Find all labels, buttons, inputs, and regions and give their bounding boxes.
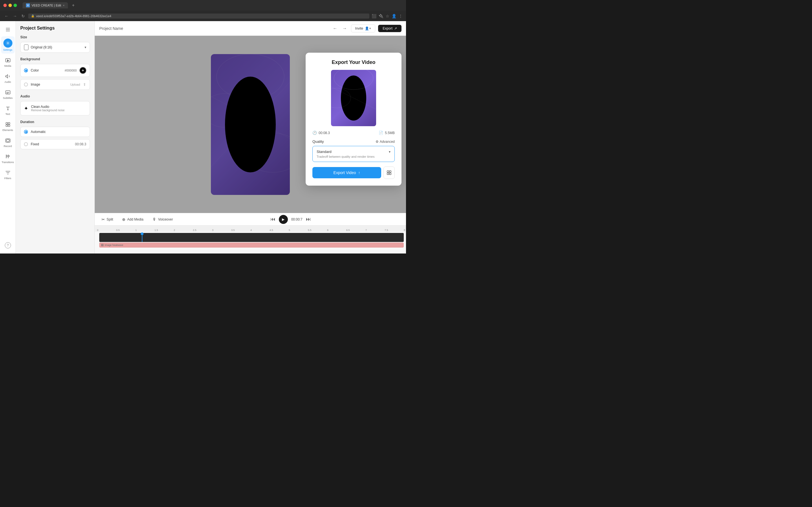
- sidebar-item-transitions[interactable]: Transitions: [1, 151, 15, 166]
- fixed-option[interactable]: Fixed 00:08.3: [20, 139, 90, 149]
- quality-dropdown[interactable]: Standard ▾ Tradeoff between quality and …: [312, 146, 395, 162]
- split-icon: ✂: [101, 217, 105, 222]
- top-bar-actions: ← → Invite 👤+ Export ↗: [332, 24, 402, 33]
- sidebar-settings-label: Settings: [3, 48, 12, 51]
- background-options: Color #000000 Image Upload ⬆: [20, 64, 90, 90]
- svg-point-20: [331, 88, 351, 108]
- refresh-button[interactable]: ↻: [20, 13, 26, 19]
- fixed-radio[interactable]: [24, 142, 28, 146]
- screen-record-icon[interactable]: ⬛: [371, 14, 376, 18]
- undo-button[interactable]: ←: [332, 25, 339, 32]
- invite-label: Invite: [355, 26, 363, 31]
- color-swatch[interactable]: [80, 67, 86, 74]
- size-dropdown[interactable]: Original (9:16) ▾: [20, 42, 90, 53]
- back-button[interactable]: ←: [3, 13, 10, 19]
- export-button[interactable]: Export ↗: [378, 25, 402, 32]
- tab-title: VEED CREATE | Edit: [32, 4, 61, 7]
- video-track[interactable]: [99, 233, 404, 242]
- canvas-area: Export Your Video: [95, 36, 406, 213]
- export-options-button[interactable]: [384, 166, 395, 179]
- sidebar-item-record[interactable]: Record: [1, 135, 15, 150]
- sidebar-text-label: Text: [5, 113, 10, 115]
- ruler-mark-3: 3: [212, 229, 213, 231]
- sidebar-record-label: Record: [4, 145, 12, 148]
- clean-audio-card[interactable]: ✦ Clean Audio Remove background noise: [20, 101, 90, 115]
- upload-icon[interactable]: ⬆: [83, 82, 86, 87]
- color-option[interactable]: Color #000000: [20, 64, 90, 77]
- help-icon: ?: [5, 242, 11, 248]
- ruler-mark-55: 5.5: [308, 229, 312, 231]
- advanced-button[interactable]: ⚙ Advanced: [375, 140, 395, 144]
- browser-chrome: V VEED CREATE | Edit × + ← → ↻ 🔒 veed.io…: [0, 0, 406, 21]
- image-radio[interactable]: [24, 82, 28, 87]
- svg-rect-10: [6, 125, 8, 126]
- sidebar-item-settings[interactable]: Settings: [1, 36, 15, 54]
- bookmark-icon[interactable]: ☆: [386, 14, 389, 18]
- play-button[interactable]: ▶: [279, 215, 288, 224]
- add-media-icon: ⊕: [122, 217, 125, 222]
- sidebar-subtitles-label: Subtitles: [3, 97, 13, 100]
- profile-icon[interactable]: 👤: [392, 14, 396, 18]
- sparkle-icon: ✦: [24, 105, 28, 112]
- subtitles-icon: [4, 89, 11, 96]
- svg-rect-25: [389, 173, 391, 175]
- export-modal: Export Your Video: [306, 53, 402, 186]
- svg-rect-8: [6, 122, 8, 124]
- sidebar-item-elements[interactable]: Elements: [1, 119, 15, 134]
- sidebar-item-help[interactable]: ?: [1, 240, 15, 251]
- voiceover-button[interactable]: 🎙 Voiceover: [150, 216, 175, 223]
- quality-dropdown-arrow: ▾: [389, 150, 391, 154]
- ruler-mark-05: 0.5: [116, 229, 120, 231]
- ruler-mark-1: 1: [135, 229, 137, 231]
- add-media-button[interactable]: ⊕ Add Media: [120, 216, 146, 223]
- standard-label: Standard: [317, 150, 332, 154]
- sidebar-item-menu[interactable]: [1, 24, 15, 35]
- project-name[interactable]: Project Name: [99, 26, 328, 31]
- background-section-label: Background: [20, 57, 90, 61]
- audio-icon: [4, 73, 11, 80]
- svg-line-21: [331, 87, 376, 109]
- sidebar-item-audio[interactable]: Audio: [1, 71, 15, 86]
- tab-close-button[interactable]: ×: [63, 4, 64, 7]
- timeline-ruler: 0 0.5 1 1.5 2 2.5 3 3.5 4 4.5 5 5.5 6 6.…: [95, 226, 406, 232]
- sidebar-item-subtitles[interactable]: Subtitles: [1, 87, 15, 102]
- ruler-mark-65: 6.5: [346, 229, 350, 231]
- bottom-toolbar: ✂ Split ⊕ Add Media 🎙 Voiceover ⏮ ▶ 00:0…: [95, 213, 406, 225]
- address-bar[interactable]: 🔒 veed.io/edit/559f53a7-ed2b-4b64-8981-2…: [28, 13, 369, 18]
- sidebar-item-text[interactable]: Text: [1, 103, 15, 118]
- automatic-option[interactable]: Automatic: [20, 127, 90, 137]
- browser-tab[interactable]: V VEED CREATE | Edit ×: [22, 2, 68, 8]
- ruler-mark-35: 3.5: [231, 229, 235, 231]
- record-icon: [4, 137, 11, 144]
- lock-icon: 🔒: [31, 14, 35, 17]
- image-track[interactable]: 🖼 Image heatwave: [99, 242, 404, 247]
- close-window-button[interactable]: [3, 4, 7, 7]
- skip-forward-button[interactable]: ⏭: [306, 216, 311, 222]
- skip-back-button[interactable]: ⏮: [270, 216, 275, 222]
- sidebar-item-media[interactable]: Media: [1, 55, 15, 69]
- clean-audio-subtitle: Remove background noise: [31, 109, 64, 112]
- export-video-label: Export Video: [334, 170, 356, 175]
- automatic-radio[interactable]: [24, 130, 28, 134]
- image-option[interactable]: Image Upload ⬆: [20, 79, 90, 90]
- menu-icon: [4, 26, 11, 33]
- extension-icon[interactable]: 🔌: [378, 14, 384, 18]
- maximize-window-button[interactable]: [13, 4, 17, 7]
- add-user-icon: 👤+: [365, 26, 371, 31]
- ruler-mark-2: 2: [174, 229, 175, 231]
- ruler-mark-25: 2.5: [193, 229, 197, 231]
- quality-section: Quality ⚙ Advanced Standard ▾ Tradeo: [312, 139, 395, 162]
- new-tab-button[interactable]: +: [72, 3, 74, 8]
- menu-dots-icon[interactable]: ⋮: [399, 14, 403, 18]
- sidebar-item-filters[interactable]: Filters: [1, 167, 15, 182]
- clock-icon: 🕐: [312, 131, 317, 135]
- invite-button[interactable]: Invite 👤+: [351, 24, 375, 33]
- export-video-button[interactable]: Export Video ↑: [312, 167, 381, 178]
- forward-button[interactable]: →: [12, 13, 18, 19]
- image-track-label: 🖼 Image heatwave: [101, 244, 123, 246]
- color-radio[interactable]: [24, 68, 28, 72]
- quality-header: Quality ⚙ Advanced: [312, 139, 395, 144]
- minimize-window-button[interactable]: [8, 4, 12, 7]
- redo-button[interactable]: →: [342, 25, 348, 32]
- split-button[interactable]: ✂ Split: [99, 216, 115, 223]
